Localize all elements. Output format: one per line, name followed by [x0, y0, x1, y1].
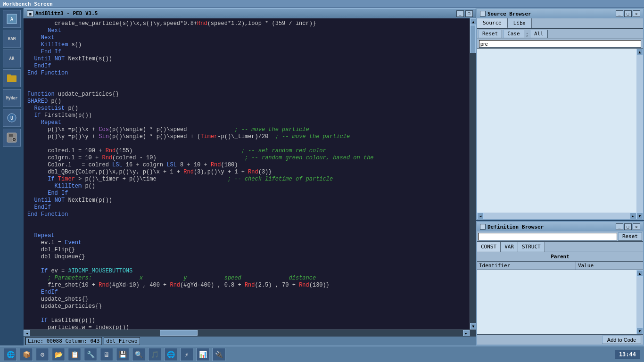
def-scroll-up[interactable]: ▲	[636, 270, 643, 277]
taskbar-icon-clipboard[interactable]: 📋	[68, 348, 81, 361]
def-browser-title: Definition Browser	[487, 224, 544, 230]
taskbar-icon-monitor[interactable]: 🖥	[100, 348, 113, 361]
code-line: End If	[27, 49, 466, 56]
editor-close-icon[interactable]: ▣	[27, 10, 33, 17]
source-scroll-left[interactable]: ◄	[477, 213, 484, 219]
code-line: SHARED p()	[27, 98, 466, 105]
def-reset-btn[interactable]: Reset	[618, 232, 642, 241]
code-line: End Function	[27, 70, 466, 77]
code-line: p()\x =p()\x + Cos(p()\angle) * p()\spee…	[27, 126, 466, 133]
source-browser-search	[477, 39, 643, 49]
editor-statusbar: Line: 00088 Column: 043 dbl_Firewo	[24, 336, 476, 346]
editor-maximize-btn[interactable]: □	[465, 10, 473, 17]
def-table-header: Identifier Value	[477, 262, 643, 270]
source-tab-source[interactable]: Source	[477, 18, 508, 28]
workbench-title: Workbench Screen	[3, 1, 53, 7]
source-browser-maximize-btn[interactable]: □	[624, 10, 632, 17]
code-line: dbl_Flip{}	[27, 247, 466, 254]
editor-minimize-btn[interactable]: _	[456, 10, 464, 17]
code-line: dbl_QBox{Color,p()\x,p()\y, p()\x + 1 + …	[27, 169, 466, 176]
source-scroll-right[interactable]: ►	[630, 213, 636, 219]
svg-text:U: U	[10, 115, 13, 121]
sidebar-icon-mywork[interactable]: MyWor	[3, 89, 21, 107]
scroll-thumb-h[interactable]	[160, 330, 198, 336]
taskbar-clock: 13:44	[615, 350, 640, 359]
editor-titlebar: ▣ AmiBlitz3 - PED V3.5 _ □	[24, 8, 476, 18]
code-line: If FirstItem(p())	[27, 112, 466, 119]
sidebar-icon-folder[interactable]	[3, 69, 21, 87]
code-line: Repeat	[27, 119, 466, 126]
source-browser-checkbox[interactable]	[480, 11, 486, 16]
scroll-right-btn[interactable]: ►	[463, 330, 470, 336]
def-tab-var[interactable]: VAR	[501, 242, 518, 252]
source-tab-libs[interactable]: Libs	[508, 18, 532, 28]
source-hscrollbar[interactable]: ◄ ►	[477, 213, 636, 219]
taskbar-icon-package[interactable]: 📦	[20, 348, 33, 361]
def-search-input[interactable]	[478, 233, 617, 240]
scroll-thumb-v[interactable]	[470, 25, 476, 53]
sidebar-icon-ar[interactable]: AR	[3, 49, 21, 67]
source-browser-minimize-btn[interactable]: _	[616, 10, 623, 17]
scroll-down-btn[interactable]: ▼	[470, 323, 476, 329]
def-browser-titlebar: Definition Browser _ □ ✕	[477, 222, 643, 231]
def-tab-const[interactable]: CONST	[477, 242, 501, 252]
code-line: Until NOT NextItem(s())	[27, 56, 466, 63]
def-browser-close-btn[interactable]: ✕	[633, 223, 640, 230]
def-vscrollbar[interactable]: ▲ ▼	[636, 270, 643, 334]
code-line: update_particles{}	[27, 303, 466, 310]
source-scroll-down[interactable]: ▼	[636, 213, 643, 219]
def-browser-content: ▲ ▼	[477, 270, 643, 334]
def-browser-checkbox[interactable]	[480, 224, 486, 230]
taskbar-icon-search[interactable]: 🔍	[132, 348, 145, 361]
code-line	[27, 84, 466, 91]
taskbar-icon-disk[interactable]: 💾	[116, 348, 129, 361]
taskbar-icon-web[interactable]: 🌐	[164, 348, 177, 361]
add-to-code-btn[interactable]: Add to Code	[602, 336, 641, 344]
code-area: create_new_particle{s()\x,s()\y,speed*0.…	[24, 18, 470, 329]
taskbar-icon-settings[interactable]: ⚙	[36, 348, 49, 361]
source-reset-btn[interactable]: Reset	[478, 30, 502, 38]
scroll-up-btn[interactable]: ▲	[470, 18, 476, 25]
def-browser-maximize-btn[interactable]: □	[624, 223, 632, 230]
code-line: colred.l = 100 + Rnd(155) ; -- set rando…	[27, 148, 466, 155]
taskbar-icon-folder[interactable]: 📂	[52, 348, 65, 361]
source-scroll-up[interactable]: ▲	[636, 49, 643, 55]
sidebar-icon-ram[interactable]: RAM	[3, 30, 21, 48]
source-browser-close-btn[interactable]: ✕	[633, 10, 640, 17]
taskbar-icon-wrench[interactable]: 🔧	[84, 348, 97, 361]
scroll-left-btn[interactable]: ◄	[24, 330, 30, 336]
source-all-btn[interactable]: All	[530, 30, 548, 38]
editor-vscrollbar[interactable]: ▲ ▼	[470, 18, 476, 329]
code-line: KillItem s()	[27, 41, 466, 49]
workbench-titlebar: Workbench Screen	[0, 0, 644, 8]
source-case-btn[interactable]: Case	[503, 30, 524, 38]
status-filename: dbl_Firewo	[104, 337, 140, 345]
code-line: ; Parameters: x y speed distance	[27, 275, 466, 282]
editor-hscrollbar[interactable]: ◄ ►	[24, 329, 470, 336]
source-browser-title-btns: _ □ ✕	[616, 10, 640, 17]
sidebar-icon-1[interactable]: A	[3, 10, 21, 28]
def-browser-minimize-btn[interactable]: _	[616, 223, 623, 230]
def-scroll-down[interactable]: ▼	[636, 328, 643, 334]
def-col-identifier: Identifier	[477, 262, 576, 270]
source-browser-title: Source Browser	[487, 11, 531, 17]
taskbar-icon-plug[interactable]: 🔌	[212, 348, 225, 361]
code-line: Next	[27, 27, 466, 34]
source-vscrollbar[interactable]: ▲ ▼	[636, 49, 643, 219]
def-tab-struct[interactable]: STRUCT	[518, 242, 545, 252]
taskbar-icon-music[interactable]: 🎵	[148, 348, 161, 361]
def-browser: Definition Browser _ □ ✕ Reset CONST VAR	[476, 221, 644, 346]
sidebar-icon-u[interactable]: U	[3, 109, 21, 127]
taskbar-icon-globe[interactable]: 🌐	[4, 348, 17, 361]
svg-text:A: A	[10, 16, 13, 22]
svg-rect-7	[9, 134, 13, 137]
taskbar-icon-chart[interactable]: 📊	[196, 348, 209, 361]
taskbar-icon-bolt[interactable]: ⚡	[180, 348, 193, 361]
sidebar-icon-disk[interactable]	[3, 129, 21, 147]
scroll-track-v	[470, 25, 476, 323]
source-search-input[interactable]	[479, 40, 641, 48]
code-line: KillItem p()	[27, 183, 466, 190]
editor-content[interactable]: create_new_particle{s()\x,s()\y,speed*0.…	[24, 18, 476, 336]
scroll-track-h	[30, 330, 463, 336]
source-browser-content: ▲ ▼ ◄ ►	[477, 49, 643, 219]
